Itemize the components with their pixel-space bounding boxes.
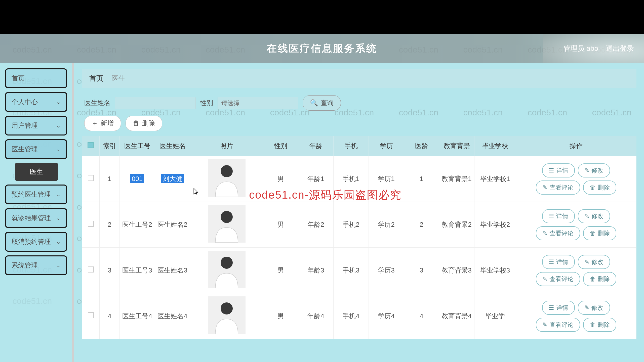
table-row: 2 医生工号2 医生姓名2 男 年龄2 手机2 学历2 2 教育背景2 毕业学校…: [82, 202, 636, 248]
cell-edu-bg: 教育背景1: [439, 156, 474, 202]
edit-button[interactable]: ✎修改: [578, 209, 610, 223]
edit-icon: ✎: [584, 304, 589, 311]
comments-button[interactable]: ✎查看评论: [536, 318, 580, 332]
cell-photo: [190, 156, 263, 202]
col-edu-bg: 教育背景: [439, 136, 474, 156]
cell-doctor-name: 刘大健: [155, 156, 190, 202]
cell-school: 毕业学: [474, 293, 516, 339]
search-icon: 🔍: [310, 99, 318, 107]
detail-button[interactable]: ☰详情: [542, 301, 575, 315]
row-delete-button[interactable]: 🗑删除: [583, 180, 616, 195]
cell-phone: 手机3: [334, 248, 369, 293]
cell-age: 年龄4: [298, 293, 334, 339]
cell-med-years: 4: [404, 293, 439, 339]
col-gender: 性别: [263, 136, 298, 156]
cell-education: 学历4: [369, 293, 404, 339]
edit-button[interactable]: ✎修改: [578, 301, 610, 315]
cell-education: 学历2: [369, 202, 404, 248]
row-delete-button[interactable]: 🗑删除: [583, 272, 616, 286]
cell-doctor-id: 医生工号4: [120, 293, 155, 339]
doctor-photo: [208, 296, 246, 334]
chevron-down-icon: ⌄: [56, 191, 61, 198]
search-name-label: 医生姓名: [84, 99, 110, 107]
comment-icon: ✎: [542, 321, 547, 328]
doctor-photo: [208, 159, 246, 197]
list-icon: ☰: [549, 258, 554, 265]
search-name-input[interactable]: [115, 97, 195, 109]
bulk-actions: ＋新增 🗑删除: [82, 116, 636, 136]
comment-icon: ✎: [542, 276, 547, 283]
row-checkbox[interactable]: [88, 221, 94, 227]
chevron-down-icon: ⌄: [56, 215, 61, 221]
col-photo: 照片: [190, 136, 263, 156]
letterbox-top: [0, 0, 644, 34]
sidebar-item-appointments[interactable]: 预约医生管理⌄: [5, 185, 67, 204]
select-all-checkbox[interactable]: [88, 142, 94, 148]
breadcrumb: 首页 医生: [82, 69, 636, 88]
edit-button[interactable]: ✎修改: [578, 163, 610, 177]
cell-doctor-name: 医生姓名2: [155, 202, 190, 248]
detail-button[interactable]: ☰详情: [542, 163, 575, 177]
cell-school: 毕业学校1: [474, 156, 516, 202]
comments-button[interactable]: ✎查看评论: [536, 226, 580, 240]
cell-edu-bg: 教育背景2: [439, 202, 474, 248]
detail-button[interactable]: ☰详情: [542, 209, 575, 223]
plus-icon: ＋: [92, 119, 98, 128]
table-row: 1 001 刘大健 男 年龄1 手机1 学历1 1 教育背景1 毕业学校1 ☰详…: [82, 156, 636, 202]
col-med-years: 医龄: [404, 136, 439, 156]
trash-icon: 🗑: [133, 119, 139, 127]
sidebar-item-results[interactable]: 就诊结果管理⌄: [5, 208, 67, 228]
cell-doctor-id: 医生工号2: [120, 202, 155, 248]
chevron-down-icon: ⌄: [56, 146, 61, 153]
current-user[interactable]: 管理员 abo: [564, 44, 598, 53]
sidebar-item-cancellations[interactable]: 取消预约管理⌄: [5, 232, 67, 252]
svg-point-1: [221, 165, 233, 177]
list-icon: ☰: [549, 213, 554, 220]
chevron-down-icon: ⌄: [56, 262, 61, 269]
logout-link[interactable]: 退出登录: [606, 44, 634, 53]
app-header: 在线医疗信息服务系统 管理员 abo 退出登录: [0, 34, 644, 63]
sidebar-item-profile[interactable]: 个人中心⌄: [5, 92, 67, 112]
cell-phone: 手机4: [334, 293, 369, 339]
sidebar: 首页 个人中心⌄ 用户管理⌄ 医生管理⌄ 医生 预约医生管理⌄ 就诊结果管理⌄ …: [0, 63, 74, 362]
sidebar-item-system[interactable]: 系统管理⌄: [5, 255, 67, 275]
comments-button[interactable]: ✎查看评论: [536, 272, 580, 286]
cell-med-years: 3: [404, 248, 439, 293]
row-delete-button[interactable]: 🗑删除: [583, 226, 616, 240]
cell-doctor-id: 医生工号3: [120, 248, 155, 293]
row-checkbox[interactable]: [88, 312, 94, 318]
row-checkbox[interactable]: [88, 266, 94, 273]
edit-icon: ✎: [584, 167, 589, 174]
cell-phone: 手机2: [334, 202, 369, 248]
row-delete-button[interactable]: 🗑删除: [583, 318, 616, 332]
cell-school: 毕业学校2: [474, 202, 516, 248]
sidebar-item-home[interactable]: 首页: [5, 68, 67, 88]
sidebar-item-users[interactable]: 用户管理⌄: [5, 116, 67, 135]
comment-icon: ✎: [542, 184, 547, 191]
table-row: 3 医生工号3 医生姓名3 男 年龄3 手机3 学历3 3 教育背景3 毕业学校…: [82, 248, 636, 293]
list-icon: ☰: [549, 167, 554, 174]
search-button[interactable]: 🔍 查询: [303, 95, 341, 111]
cell-doctor-name: 医生姓名3: [155, 248, 190, 293]
row-checkbox[interactable]: [88, 175, 94, 181]
sidebar-subitem-doctor[interactable]: 医生: [15, 163, 58, 181]
add-button[interactable]: ＋新增: [84, 116, 121, 131]
breadcrumb-home[interactable]: 首页: [89, 74, 103, 82]
sidebar-item-doctors[interactable]: 医生管理⌄: [5, 139, 67, 159]
col-phone: 手机: [334, 136, 369, 156]
cell-operations: ☰详情 ✎修改 ✎查看评论 🗑删除: [516, 202, 636, 248]
cell-operations: ☰详情 ✎修改 ✎查看评论 🗑删除: [516, 293, 636, 339]
detail-button[interactable]: ☰详情: [542, 255, 575, 269]
search-gender-select[interactable]: [218, 97, 298, 109]
cell-school: 毕业学校3: [474, 248, 516, 293]
cell-gender: 男: [263, 202, 298, 248]
trash-icon: 🗑: [590, 184, 596, 191]
chevron-down-icon: ⌄: [56, 99, 61, 105]
cell-gender: 男: [263, 293, 298, 339]
cell-doctor-name: 医生姓名4: [155, 293, 190, 339]
cell-age: 年龄3: [298, 248, 334, 293]
edit-button[interactable]: ✎修改: [578, 255, 610, 269]
delete-button[interactable]: 🗑删除: [126, 116, 162, 131]
cell-education: 学历3: [369, 248, 404, 293]
comments-button[interactable]: ✎查看评论: [536, 180, 580, 195]
